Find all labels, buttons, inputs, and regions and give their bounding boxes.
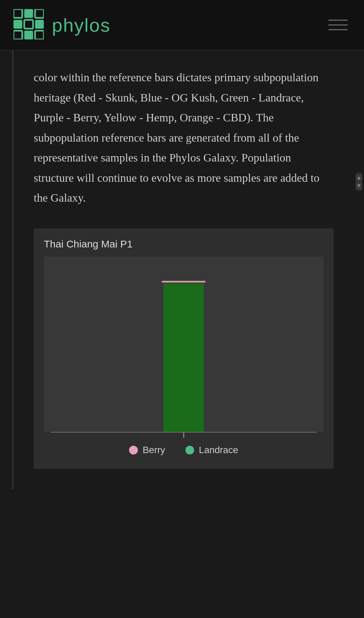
chart-legend: Berry Landrace [44, 445, 324, 455]
chart-baseline-tick [183, 432, 184, 438]
svg-rect-2 [35, 9, 44, 18]
svg-rect-8 [35, 31, 44, 39]
scrollbar: ▲ ▼ [354, 51, 364, 489]
legend-item-landrace: Landrace [185, 445, 238, 455]
chart-container: Thai Chiang Mai P1 Berry [34, 228, 334, 469]
scrollbar-track: ▲ ▼ [356, 172, 362, 192]
header: phylos [0, 0, 364, 51]
chart-title: Thai Chiang Mai P1 [44, 238, 324, 250]
logo-container: phylos [13, 9, 111, 41]
legend-label-berry: Berry [143, 445, 165, 455]
chart-area [44, 257, 324, 432]
chart-baseline-container [44, 432, 324, 433]
chart-bar-landrace [163, 284, 204, 432]
hamburger-line-2 [328, 24, 348, 26]
hamburger-line-1 [328, 20, 348, 21]
svg-rect-5 [35, 20, 44, 29]
legend-dot-berry [129, 446, 138, 454]
logo-text: phylos [52, 14, 111, 36]
hamburger-menu-button[interactable] [326, 17, 351, 33]
content-area: color within the reference bars dictates… [12, 51, 354, 489]
scroll-up-button[interactable]: ▲ [356, 174, 362, 181]
scroll-down-button[interactable]: ▼ [356, 182, 362, 189]
legend-label-landrace: Landrace [199, 445, 238, 455]
svg-rect-4 [24, 20, 33, 29]
legend-item-berry: Berry [129, 445, 165, 455]
svg-rect-7 [24, 31, 33, 39]
legend-dot-landrace [185, 446, 194, 454]
svg-rect-3 [13, 20, 22, 29]
description-paragraph: color within the reference bars dictates… [34, 51, 334, 228]
main-content: color within the reference bars dictates… [0, 51, 364, 489]
svg-rect-0 [13, 9, 22, 18]
svg-rect-6 [13, 31, 22, 39]
svg-rect-1 [24, 9, 33, 18]
phylos-logo-icon [13, 9, 44, 41]
chart-reference-line [162, 281, 206, 283]
chart-bar-wrapper [163, 267, 204, 432]
hamburger-line-3 [328, 29, 348, 30]
